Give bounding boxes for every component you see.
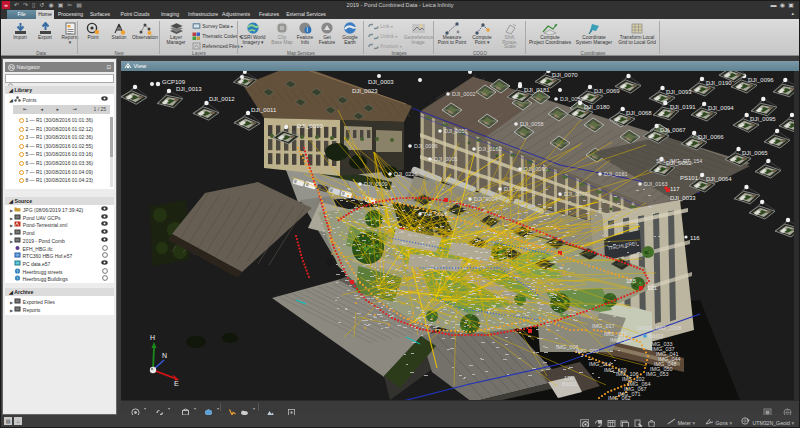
svg-text:DJI_0093: DJI_0093 xyxy=(666,89,692,95)
svg-text:DJI_0181: DJI_0181 xyxy=(524,87,550,93)
svg-text:SPL_IMG_RT_154: SPL_IMG_RT_154 xyxy=(656,158,702,164)
svg-text:DJI_0090: DJI_0090 xyxy=(524,166,548,172)
svg-text:DJI_0005: DJI_0005 xyxy=(434,156,458,162)
svg-text:DJI_0096: DJI_0096 xyxy=(748,77,774,83)
svg-text:DJI_0011: DJI_0011 xyxy=(251,107,277,113)
svg-text:N: N xyxy=(162,352,167,359)
svg-text:DJI_0066: DJI_0066 xyxy=(698,134,724,140)
svg-text:Bild01: Bild01 xyxy=(562,381,577,387)
svg-text:IMG_017: IMG_017 xyxy=(592,323,615,329)
svg-text:IMG_000: IMG_000 xyxy=(576,348,599,354)
svg-text:DJI_0006: DJI_0006 xyxy=(504,186,528,192)
svg-text:DJI_0058: DJI_0058 xyxy=(520,121,544,127)
svg-text:DJI_0065: DJI_0065 xyxy=(742,150,768,156)
svg-text:DJI_0068: DJI_0068 xyxy=(626,110,652,116)
svg-text:DJI_0008: DJI_0008 xyxy=(424,211,448,217)
svg-text:DJI_0191: DJI_0191 xyxy=(670,104,696,110)
svg-text:GCP109: GCP109 xyxy=(162,79,186,85)
svg-text:H: H xyxy=(150,334,155,341)
svg-text:DJI_0033: DJI_0033 xyxy=(670,195,696,201)
svg-text:DJI_0002: DJI_0002 xyxy=(452,91,476,97)
svg-text:DJI_0013: DJI_0013 xyxy=(176,86,202,92)
svg-text:121: 121 xyxy=(647,285,658,291)
svg-text:DJI_0006: DJI_0006 xyxy=(414,143,438,149)
svg-text:117: 117 xyxy=(670,186,680,192)
svg-text:DJI_0095: DJI_0095 xyxy=(750,116,776,122)
svg-text:DJI_0094: DJI_0094 xyxy=(708,105,734,111)
svg-text:DJI_0059: DJI_0059 xyxy=(560,96,584,102)
svg-text:E: E xyxy=(174,380,179,387)
svg-text:DJI_0064: DJI_0064 xyxy=(706,176,732,182)
svg-text:DJI_0067: DJI_0067 xyxy=(660,127,686,133)
svg-text:GNSS_IMG_2008: GNSS_IMG_2008 xyxy=(637,325,681,331)
svg-text:DJI_0007: DJI_0007 xyxy=(564,191,588,197)
svg-text:DJI_0012: DJI_0012 xyxy=(209,96,235,102)
svg-text:DJI_0163: DJI_0163 xyxy=(644,181,668,187)
svg-text:DJI_0180: DJI_0180 xyxy=(584,104,610,110)
svg-text:DJI_0003: DJI_0003 xyxy=(368,79,394,85)
svg-text:DJI_0226: DJI_0226 xyxy=(394,171,418,177)
svg-text:DJI_0056: DJI_0056 xyxy=(444,128,468,134)
svg-text:DJI_0023: DJI_0023 xyxy=(352,88,378,94)
svg-text:DJI_0070: DJI_0070 xyxy=(552,72,578,78)
svg-text:Bild03: Bild03 xyxy=(648,333,663,339)
svg-text:DJI_0160: DJI_0160 xyxy=(478,146,502,152)
svg-text:DJI_0161: DJI_0161 xyxy=(604,171,628,177)
svg-text:DJI_0009: DJI_0009 xyxy=(364,181,388,187)
svg-text:DJI_0190: DJI_0190 xyxy=(706,80,732,86)
svg-text:PS101: PS101 xyxy=(680,175,699,181)
svg-text:IMG_053: IMG_053 xyxy=(646,371,669,377)
svg-text:DJI_0004: DJI_0004 xyxy=(474,196,498,202)
svg-text:DJI_0010: DJI_0010 xyxy=(297,123,323,129)
svg-text:DJI_0069: DJI_0069 xyxy=(594,88,620,94)
svg-text:IMG_027: IMG_027 xyxy=(610,337,633,343)
svg-text:i: i xyxy=(307,26,308,33)
svg-text:116: 116 xyxy=(690,235,700,241)
svg-text:185: 185 xyxy=(626,278,637,284)
